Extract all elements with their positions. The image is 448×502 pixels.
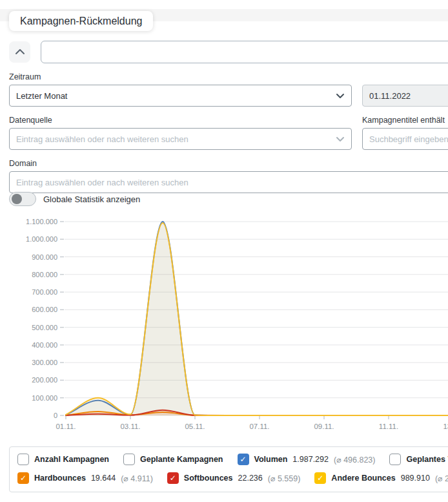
svg-text:900.000: 900.000: [32, 253, 57, 261]
svg-text:11.11.: 11.11.: [379, 423, 398, 430]
zeitraum-select[interactable]: Letzter Monat: [9, 85, 352, 107]
collapse-button[interactable]: [9, 41, 30, 63]
svg-text:0: 0: [54, 412, 57, 419]
svg-text:01.11.: 01.11.: [56, 423, 76, 430]
legend-item-geplante-kampagnen[interactable]: Geplante Kampagnen: [123, 454, 223, 465]
legend-item-anzahl-kampagnen[interactable]: Anzahl Kampagnen: [17, 454, 109, 465]
date-from-value: 01.11.2022: [369, 91, 411, 101]
page-title-tab[interactable]: Kampagnen-Rückmeldung: [9, 11, 153, 31]
svg-text:500.000: 500.000: [32, 324, 57, 331]
zeitraum-selected-value: Letzter Monat: [16, 91, 68, 101]
legend-checkbox-anzahl-kampagnen[interactable]: [17, 454, 29, 465]
legend-average-value: (⌀ 247.478): [435, 474, 448, 483]
global-stats-toggle[interactable]: [9, 192, 36, 206]
legend-item-volumen[interactable]: ✓Volumen1.987.292(⌀ 496.823): [238, 454, 376, 465]
domain-placeholder: Eintrag auswählen oder nach weiteren suc…: [16, 178, 188, 187]
legend-checkbox-andere-bounces[interactable]: ✓: [314, 472, 326, 484]
svg-text:600.000: 600.000: [32, 306, 57, 313]
legend-row: Anzahl KampagnenGeplante Kampagnen✓Volum…: [17, 454, 448, 465]
global-stats-toggle-label: Globale Statistik anzeigen: [43, 194, 140, 204]
toggle-knob: [12, 194, 22, 204]
zeitraum-label: Zeitraum: [9, 72, 352, 81]
svg-text:200.000: 200.000: [32, 376, 57, 384]
filter-form: Zeitraum Letzter Monat 01.11.2022 Datenq…: [9, 72, 448, 202]
svg-text:1.100.000: 1.100.000: [26, 218, 57, 225]
legend-checkbox-volumen[interactable]: ✓: [238, 454, 249, 465]
legend-total-value: 19.644: [91, 474, 116, 483]
legend-item-andere-bounces[interactable]: ✓Andere Bounces989.910(⌀ 247.478): [314, 472, 448, 484]
chevron-down-icon: [336, 134, 345, 144]
chevron-up-icon: [15, 47, 25, 57]
svg-text:1.000.000: 1.000.000: [26, 235, 57, 243]
legend-item-hardbounces[interactable]: ✓Hardbounces19.644(⌀ 4.911): [17, 472, 153, 484]
domain-label: Domain: [9, 159, 448, 168]
legend-checkbox-softbounces[interactable]: ✓: [167, 472, 179, 484]
svg-text:09.11.: 09.11.: [314, 423, 334, 430]
legend-label: Geplantes Volumen: [406, 455, 448, 464]
page-title: Kampagnen-Rückmeldung: [20, 16, 142, 27]
svg-text:13.11.: 13.11.: [443, 423, 448, 430]
datenquelle-select[interactable]: Eintrag auswählen oder nach weiteren suc…: [9, 128, 352, 150]
datenquelle-label: Datenquelle: [9, 116, 352, 125]
legend-average-value: (⌀ 4.911): [121, 474, 153, 483]
svg-text:07.11.: 07.11.: [249, 423, 269, 430]
datenquelle-placeholder: Eintrag auswählen oder nach weiteren suc…: [16, 134, 188, 144]
legend-label: Volumen: [254, 455, 288, 464]
legend-checkbox-hardbounces[interactable]: ✓: [17, 472, 29, 484]
header-search-input[interactable]: [41, 41, 448, 63]
svg-text:100.000: 100.000: [32, 394, 57, 402]
legend-checkbox-geplantes-volumen[interactable]: [389, 454, 401, 465]
legend-label: Andere Bounces: [331, 474, 395, 483]
legend-total-value: 1.987.292: [292, 455, 329, 464]
legend-average-value: (⌀ 5.559): [268, 474, 301, 483]
legend-total-value: 22.236: [238, 474, 263, 483]
domain-select[interactable]: Eintrag auswählen oder nach weiteren suc…: [9, 171, 448, 193]
legend-row: ✓Hardbounces19.644(⌀ 4.911)✓Softbounces2…: [17, 472, 448, 484]
legend-total-value: 989.910: [401, 474, 430, 483]
chevron-down-icon: [336, 91, 345, 101]
legend-label: Geplante Kampagnen: [140, 455, 223, 464]
date-from-input[interactable]: 01.11.2022: [362, 85, 448, 107]
svg-text:800.000: 800.000: [32, 271, 57, 278]
legend-label: Anzahl Kampagnen: [34, 455, 109, 464]
legend-label: Softbounces: [184, 474, 233, 483]
legend-item-geplantes-volumen[interactable]: Geplantes Volumen: [389, 454, 448, 465]
bounce-statistics-chart: 0100.000200.000300.000400.000500.000600.…: [0, 213, 448, 441]
kampagnen-rueckmeldung-panel: Kampagnen-Rückmeldung Zeitraum Letzter M…: [0, 0, 448, 502]
svg-text:05.11.: 05.11.: [185, 423, 205, 430]
svg-text:700.000: 700.000: [32, 288, 57, 296]
kampagnentitel-label: Kampagnentitel enthält: [362, 116, 448, 125]
svg-text:300.000: 300.000: [32, 359, 57, 366]
kampagnentitel-input[interactable]: [362, 128, 448, 150]
chart-legend: Anzahl KampagnenGeplante Kampagnen✓Volum…: [9, 446, 448, 492]
legend-item-softbounces[interactable]: ✓Softbounces22.236(⌀ 5.559): [167, 472, 301, 484]
svg-text:03.11.: 03.11.: [120, 423, 140, 430]
legend-checkbox-geplante-kampagnen[interactable]: [123, 454, 135, 465]
legend-label: Hardbounces: [34, 474, 86, 483]
legend-average-value: (⌀ 496.823): [334, 455, 376, 465]
svg-text:400.000: 400.000: [32, 341, 57, 349]
